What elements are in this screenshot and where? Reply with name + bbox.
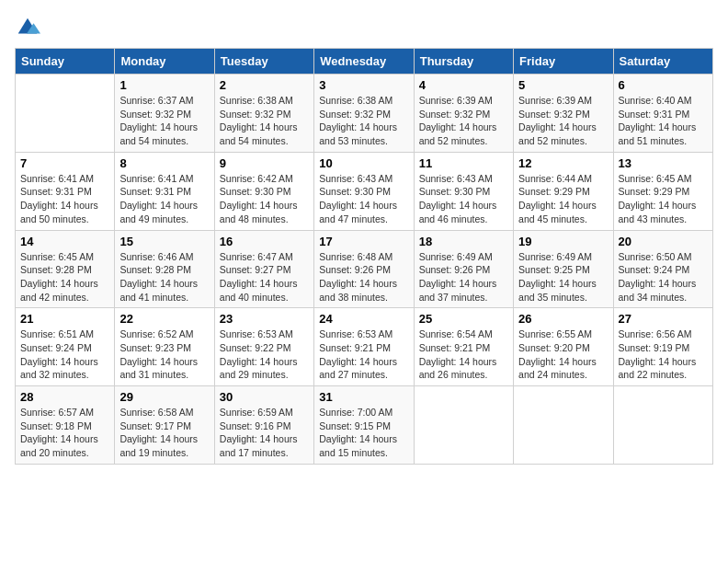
cell-content: Sunrise: 6:41 AM Sunset: 9:31 PM Dayligh… — [119, 172, 209, 226]
calendar-cell: 10Sunrise: 6:43 AM Sunset: 9:30 PM Dayli… — [314, 152, 414, 230]
cell-content: Sunrise: 7:00 AM Sunset: 9:15 PM Dayligh… — [319, 406, 408, 460]
cell-content: Sunrise: 6:59 AM Sunset: 9:16 PM Dayligh… — [220, 406, 309, 460]
calendar-cell: 5Sunrise: 6:39 AM Sunset: 9:32 PM Daylig… — [514, 75, 613, 153]
calendar-cell: 21Sunrise: 6:51 AM Sunset: 9:24 PM Dayli… — [16, 308, 115, 386]
day-number: 14 — [20, 235, 109, 248]
page-header — [15, 15, 713, 40]
calendar-cell: 30Sunrise: 6:59 AM Sunset: 9:16 PM Dayli… — [214, 386, 313, 465]
cell-content: Sunrise: 6:38 AM Sunset: 9:32 PM Dayligh… — [319, 94, 408, 148]
cell-content: Sunrise: 6:43 AM Sunset: 9:30 PM Dayligh… — [319, 172, 408, 226]
calendar-cell: 26Sunrise: 6:55 AM Sunset: 9:20 PM Dayli… — [514, 308, 613, 386]
day-number: 23 — [220, 312, 309, 326]
weekday-header-monday: Monday — [115, 49, 214, 75]
calendar-cell — [514, 386, 613, 465]
cell-content: Sunrise: 6:38 AM Sunset: 9:32 PM Dayligh… — [220, 94, 309, 148]
calendar-cell: 27Sunrise: 6:56 AM Sunset: 9:19 PM Dayli… — [613, 308, 712, 386]
cell-content: Sunrise: 6:42 AM Sunset: 9:30 PM Dayligh… — [220, 172, 309, 226]
calendar-cell: 28Sunrise: 6:57 AM Sunset: 9:18 PM Dayli… — [16, 386, 115, 465]
day-number: 7 — [20, 156, 109, 170]
calendar-cell: 22Sunrise: 6:52 AM Sunset: 9:23 PM Dayli… — [115, 308, 214, 386]
day-number: 10 — [319, 156, 408, 170]
calendar-cell: 7Sunrise: 6:41 AM Sunset: 9:31 PM Daylig… — [16, 152, 115, 230]
day-number: 31 — [319, 390, 408, 404]
weekday-header-wednesday: Wednesday — [314, 49, 414, 75]
day-number: 6 — [619, 78, 708, 92]
calendar-cell: 25Sunrise: 6:54 AM Sunset: 9:21 PM Dayli… — [414, 308, 513, 386]
day-number: 26 — [518, 312, 608, 326]
cell-content: Sunrise: 6:45 AM Sunset: 9:29 PM Dayligh… — [619, 172, 708, 226]
day-number: 15 — [119, 235, 209, 248]
weekday-header-tuesday: Tuesday — [214, 49, 313, 75]
day-number: 25 — [419, 312, 508, 326]
cell-content: Sunrise: 6:47 AM Sunset: 9:27 PM Dayligh… — [220, 250, 309, 304]
day-number: 22 — [119, 312, 209, 326]
cell-content: Sunrise: 6:39 AM Sunset: 9:32 PM Dayligh… — [419, 94, 508, 148]
cell-content: Sunrise: 6:49 AM Sunset: 9:26 PM Dayligh… — [419, 250, 508, 304]
calendar-cell: 11Sunrise: 6:43 AM Sunset: 9:30 PM Dayli… — [414, 152, 513, 230]
calendar-cell: 9Sunrise: 6:42 AM Sunset: 9:30 PM Daylig… — [214, 152, 313, 230]
calendar-cell: 1Sunrise: 6:37 AM Sunset: 9:32 PM Daylig… — [115, 75, 214, 153]
cell-content: Sunrise: 6:43 AM Sunset: 9:30 PM Dayligh… — [419, 172, 508, 226]
cell-content: Sunrise: 6:41 AM Sunset: 9:31 PM Dayligh… — [20, 172, 109, 226]
calendar-cell: 31Sunrise: 7:00 AM Sunset: 9:15 PM Dayli… — [314, 386, 414, 465]
weekday-header-saturday: Saturday — [613, 49, 712, 75]
day-number: 4 — [419, 78, 508, 92]
calendar-cell: 19Sunrise: 6:49 AM Sunset: 9:25 PM Dayli… — [514, 230, 613, 308]
logo-icon — [15, 15, 40, 40]
cell-content: Sunrise: 6:54 AM Sunset: 9:21 PM Dayligh… — [419, 327, 508, 382]
calendar-table: SundayMondayTuesdayWednesdayThursdayFrid… — [15, 48, 713, 465]
calendar-cell: 4Sunrise: 6:39 AM Sunset: 9:32 PM Daylig… — [414, 75, 513, 153]
calendar-cell: 18Sunrise: 6:49 AM Sunset: 9:26 PM Dayli… — [414, 230, 513, 308]
day-number: 18 — [419, 235, 508, 248]
cell-content: Sunrise: 6:58 AM Sunset: 9:17 PM Dayligh… — [119, 406, 209, 460]
calendar-cell: 29Sunrise: 6:58 AM Sunset: 9:17 PM Dayli… — [115, 386, 214, 465]
day-number: 20 — [619, 235, 708, 248]
day-number: 17 — [319, 235, 408, 248]
cell-content: Sunrise: 6:37 AM Sunset: 9:32 PM Dayligh… — [119, 94, 209, 148]
weekday-header-friday: Friday — [514, 49, 613, 75]
weekday-header-sunday: Sunday — [16, 49, 115, 75]
cell-content: Sunrise: 6:40 AM Sunset: 9:31 PM Dayligh… — [619, 94, 708, 148]
day-number: 1 — [119, 78, 209, 92]
day-number: 5 — [518, 78, 608, 92]
weekday-header-thursday: Thursday — [414, 49, 513, 75]
day-number: 30 — [220, 390, 309, 404]
day-number: 28 — [20, 390, 109, 404]
logo — [15, 15, 44, 40]
cell-content: Sunrise: 6:49 AM Sunset: 9:25 PM Dayligh… — [518, 250, 608, 304]
day-number: 3 — [319, 78, 408, 92]
calendar-cell: 6Sunrise: 6:40 AM Sunset: 9:31 PM Daylig… — [613, 75, 712, 153]
cell-content: Sunrise: 6:52 AM Sunset: 9:23 PM Dayligh… — [119, 327, 209, 382]
calendar-week-2: 7Sunrise: 6:41 AM Sunset: 9:31 PM Daylig… — [16, 152, 713, 230]
calendar-cell: 2Sunrise: 6:38 AM Sunset: 9:32 PM Daylig… — [214, 75, 313, 153]
cell-content: Sunrise: 6:45 AM Sunset: 9:28 PM Dayligh… — [20, 250, 109, 304]
calendar-cell — [613, 386, 712, 465]
cell-content: Sunrise: 6:55 AM Sunset: 9:20 PM Dayligh… — [518, 327, 608, 382]
cell-content: Sunrise: 6:51 AM Sunset: 9:24 PM Dayligh… — [20, 327, 109, 382]
day-number: 21 — [20, 312, 109, 326]
cell-content: Sunrise: 6:46 AM Sunset: 9:28 PM Dayligh… — [119, 250, 209, 304]
day-number: 11 — [419, 156, 508, 170]
calendar-week-5: 28Sunrise: 6:57 AM Sunset: 9:18 PM Dayli… — [16, 386, 713, 465]
calendar-cell: 13Sunrise: 6:45 AM Sunset: 9:29 PM Dayli… — [613, 152, 712, 230]
weekday-header-row: SundayMondayTuesdayWednesdayThursdayFrid… — [16, 49, 713, 75]
day-number: 8 — [119, 156, 209, 170]
cell-content: Sunrise: 6:57 AM Sunset: 9:18 PM Dayligh… — [20, 406, 109, 460]
calendar-week-1: 1Sunrise: 6:37 AM Sunset: 9:32 PM Daylig… — [16, 75, 713, 153]
calendar-cell: 3Sunrise: 6:38 AM Sunset: 9:32 PM Daylig… — [314, 75, 414, 153]
day-number: 12 — [518, 156, 608, 170]
calendar-cell: 15Sunrise: 6:46 AM Sunset: 9:28 PM Dayli… — [115, 230, 214, 308]
calendar-week-3: 14Sunrise: 6:45 AM Sunset: 9:28 PM Dayli… — [16, 230, 713, 308]
cell-content: Sunrise: 6:56 AM Sunset: 9:19 PM Dayligh… — [619, 327, 708, 382]
calendar-cell: 24Sunrise: 6:53 AM Sunset: 9:21 PM Dayli… — [314, 308, 414, 386]
day-number: 16 — [220, 235, 309, 248]
cell-content: Sunrise: 6:48 AM Sunset: 9:26 PM Dayligh… — [319, 250, 408, 304]
cell-content: Sunrise: 6:53 AM Sunset: 9:22 PM Dayligh… — [220, 327, 309, 382]
calendar-cell: 16Sunrise: 6:47 AM Sunset: 9:27 PM Dayli… — [214, 230, 313, 308]
cell-content: Sunrise: 6:39 AM Sunset: 9:32 PM Dayligh… — [518, 94, 608, 148]
cell-content: Sunrise: 6:44 AM Sunset: 9:29 PM Dayligh… — [518, 172, 608, 226]
calendar-cell — [16, 75, 115, 153]
day-number: 2 — [220, 78, 309, 92]
calendar-cell: 12Sunrise: 6:44 AM Sunset: 9:29 PM Dayli… — [514, 152, 613, 230]
day-number: 24 — [319, 312, 408, 326]
